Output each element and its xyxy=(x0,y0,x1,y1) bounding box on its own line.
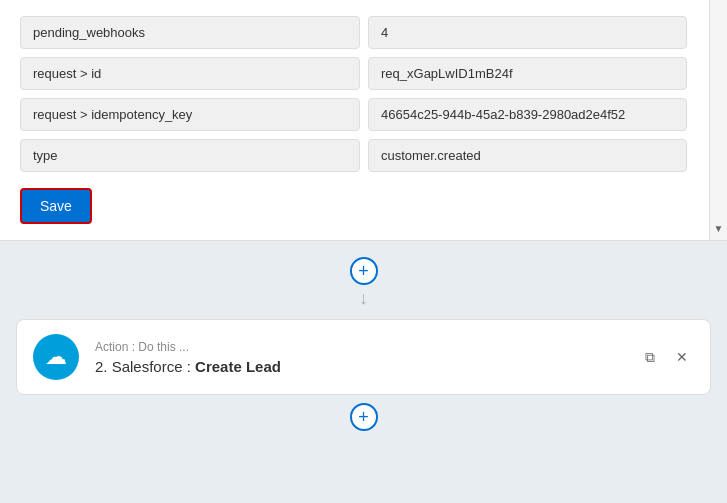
field-label-2: request > idempotency_key xyxy=(20,98,360,131)
save-button[interactable]: Save xyxy=(20,188,92,224)
salesforce-cloud-icon: ☁ xyxy=(45,344,67,370)
field-value-0: 4 xyxy=(368,16,687,49)
arrow-down-icon: ↓ xyxy=(359,289,368,307)
field-row: request > idreq_xGapLwID1mB24f xyxy=(20,57,687,90)
field-value-3: customer.created xyxy=(368,139,687,172)
field-label-1: request > id xyxy=(20,57,360,90)
action-label: Action : Do this ... xyxy=(95,340,638,354)
action-title: 2. Salesforce : Create Lead xyxy=(95,358,638,375)
fields-container: pending_webhooks4request > idreq_xGapLwI… xyxy=(20,16,707,172)
field-value-1: req_xGapLwID1mB24f xyxy=(368,57,687,90)
add-step-button-top[interactable]: + xyxy=(350,257,378,285)
add-step-button-bottom[interactable]: + xyxy=(350,403,378,431)
action-icons: ⧉ ✕ xyxy=(638,345,694,369)
field-row: typecustomer.created xyxy=(20,139,687,172)
field-label-3: type xyxy=(20,139,360,172)
field-label-0: pending_webhooks xyxy=(20,16,360,49)
close-button[interactable]: ✕ xyxy=(670,345,694,369)
scroll-down-arrow[interactable]: ▼ xyxy=(712,220,726,236)
action-text: Action : Do this ... 2. Salesforce : Cre… xyxy=(95,340,638,375)
scrollbar: ▼ xyxy=(709,0,727,240)
field-row: pending_webhooks4 xyxy=(20,16,687,49)
bottom-connector-area: + xyxy=(0,395,727,439)
salesforce-logo: ☁ xyxy=(33,334,79,380)
copy-button[interactable]: ⧉ xyxy=(638,345,662,369)
top-panel: pending_webhooks4request > idreq_xGapLwI… xyxy=(0,0,727,241)
field-value-2: 46654c25-944b-45a2-b839-2980ad2e4f52 xyxy=(368,98,687,131)
action-card-salesforce: ☁ Action : Do this ... 2. Salesforce : C… xyxy=(16,319,711,395)
field-row: request > idempotency_key46654c25-944b-4… xyxy=(20,98,687,131)
action-title-action: Create Lead xyxy=(195,358,281,375)
top-connector-area: + ↓ xyxy=(0,241,727,319)
action-title-number: 2. Salesforce : xyxy=(95,358,195,375)
